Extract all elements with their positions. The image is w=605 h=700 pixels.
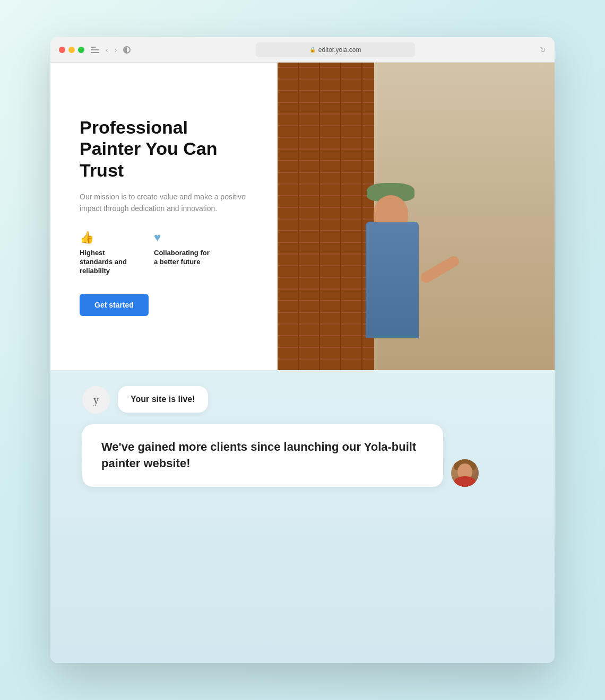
notification-row: y Your site is live! xyxy=(82,386,523,414)
painter-figure xyxy=(355,137,461,338)
browser-controls xyxy=(91,47,99,53)
thumbsup-icon: 👍 xyxy=(80,231,138,244)
feature-2-label: Collaborating for a better future xyxy=(154,249,212,267)
hero-left: Professional Painter You Can Trust Our m… xyxy=(50,63,278,370)
avatar-body xyxy=(454,476,476,487)
reload-button[interactable]: ↻ xyxy=(540,46,546,54)
hero-title: Professional Painter You Can Trust xyxy=(80,117,254,181)
maximize-button[interactable] xyxy=(78,47,84,53)
browser-chrome: ‹ › 🔒 editor.yola.com ↻ xyxy=(50,37,555,63)
website-content: Professional Painter You Can Trust Our m… xyxy=(50,63,555,663)
hero-right xyxy=(278,63,555,370)
feature-1-label: Highest standards and reliability xyxy=(80,249,138,276)
chat-section: y Your site is live! We've gained more c… xyxy=(50,370,555,663)
testimonial-container: We've gained more clients since launchin… xyxy=(82,424,523,487)
sidebar-toggle-icon[interactable] xyxy=(91,47,99,53)
hero-description: Our mission is to create value and make … xyxy=(80,191,254,215)
testimonial-bubble: We've gained more clients since launchin… xyxy=(82,424,443,487)
hero-section: Professional Painter You Can Trust Our m… xyxy=(50,63,555,370)
user-avatar xyxy=(451,459,479,487)
features-row: 👍 Highest standards and reliability ♥ Co… xyxy=(80,231,254,276)
close-button[interactable] xyxy=(59,47,65,53)
painter-arm xyxy=(419,254,461,284)
painter-body xyxy=(366,222,419,338)
get-started-button[interactable]: Get started xyxy=(80,294,149,316)
feature-1: 👍 Highest standards and reliability xyxy=(80,231,138,276)
minimize-button[interactable] xyxy=(68,47,75,53)
browser-window: ‹ › 🔒 editor.yola.com ↻ Professional Pai… xyxy=(50,37,555,663)
url-bar[interactable]: 🔒 editor.yola.com xyxy=(256,42,415,57)
painter-image xyxy=(278,63,555,370)
yola-avatar: y xyxy=(82,386,110,414)
lock-icon: 🔒 xyxy=(309,47,316,52)
forward-button[interactable]: › xyxy=(115,46,117,54)
heart-icon: ♥ xyxy=(154,231,212,244)
url-text: editor.yola.com xyxy=(318,46,361,54)
notification-bubble: Your site is live! xyxy=(118,386,208,413)
brightness-icon xyxy=(123,46,131,54)
back-button[interactable]: ‹ xyxy=(106,46,108,54)
feature-2: ♥ Collaborating for a better future xyxy=(154,231,212,276)
traffic-lights xyxy=(59,47,84,53)
